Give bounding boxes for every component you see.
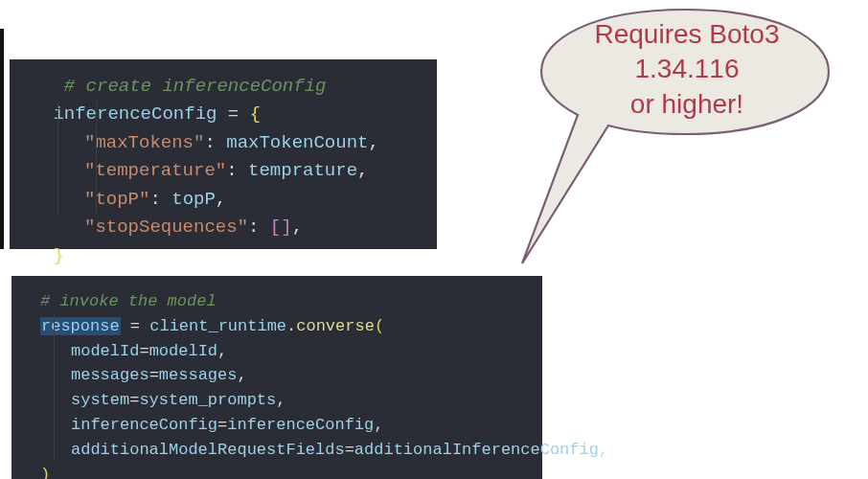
dict-key: "maxTokens" (84, 132, 204, 153)
equals: = (129, 391, 139, 409)
arg-value: messages (159, 366, 238, 384)
colon: : (204, 132, 226, 153)
code-block-inference-config: # create inferenceConfig inferenceConfig… (10, 59, 437, 249)
equals: = (345, 441, 354, 459)
brace-close: } (53, 245, 63, 266)
code-line: response = client_runtime.converse( (11, 314, 542, 339)
dict-key: "stopSequences" (84, 217, 248, 238)
colon: : (226, 160, 248, 181)
identifier: topP (171, 189, 216, 210)
comma: , (292, 217, 303, 238)
code-line: "temperature": temprature, (13, 157, 437, 185)
operator: = (121, 317, 150, 335)
comma: , (237, 366, 246, 384)
brace-open: { (250, 103, 261, 125)
arg-name: inferenceConfig (71, 416, 217, 434)
comma: , (599, 441, 608, 459)
code-line: } (13, 242, 437, 270)
identifier: client_runtime (149, 317, 286, 335)
arg-value: inferenceConfig (227, 416, 374, 434)
colon: : (149, 189, 171, 210)
highlighted-identifier: response (40, 317, 121, 335)
code-line: "topP": topP, (13, 186, 437, 214)
identifier: inferenceConfig (53, 103, 217, 125)
code-line: inferenceConfig=inferenceConfig, (11, 413, 542, 438)
arg-value: system_prompts (139, 391, 276, 409)
indent-guide (57, 102, 58, 215)
code-line: # create inferenceConfig (13, 73, 437, 101)
indent-guide (54, 314, 55, 460)
dict-key: "temperature" (84, 160, 226, 181)
comma: , (276, 391, 286, 409)
equals: = (139, 342, 148, 360)
code-block-invoke-model: # invoke the model response = client_run… (11, 276, 542, 479)
comma: , (368, 132, 378, 153)
code-line: additionalModelRequestFields=additionalI… (11, 438, 542, 463)
comma: , (216, 189, 226, 210)
comma: , (217, 342, 227, 360)
arg-name: modelId (71, 342, 139, 360)
code-line: ) (11, 463, 542, 479)
code-line: modelId=modelId, (11, 339, 542, 364)
colon: : (248, 217, 270, 238)
bracket-open: [ (270, 217, 281, 238)
code-line: messages=messages, (11, 363, 542, 388)
equals: = (149, 366, 159, 384)
code-line: "maxTokens": maxTokenCount, (13, 129, 437, 157)
dict-key: "topP" (84, 189, 149, 210)
code-line: # invoke the model (11, 289, 542, 314)
code-line: "stopSequences": [], (13, 214, 437, 241)
callout-line: or higher! (572, 87, 802, 122)
comment-text: # invoke the model (40, 292, 217, 310)
callout-line: 1.34.116 (572, 52, 802, 86)
editor-left-edge (0, 29, 4, 249)
arg-name: messages (71, 366, 149, 384)
arg-value: additionalInferenceConfig (354, 441, 599, 459)
callout-speech-bubble: Requires Boto3 1.34.116 or higher! (503, 0, 857, 268)
comment-text: # create inferenceConfig (64, 76, 327, 97)
dot: . (286, 317, 296, 335)
equals: = (217, 416, 227, 434)
operator: = (217, 103, 249, 125)
identifier: temprature (248, 160, 357, 181)
code-line: inferenceConfig = { (13, 101, 437, 128)
arg-name: additionalModelRequestFields (71, 441, 345, 459)
callout-line: Requires Boto3 (572, 17, 802, 52)
comma: , (374, 416, 383, 434)
paren-open: ( (375, 317, 384, 335)
paren-close: ) (40, 466, 50, 479)
indent-guide (96, 102, 97, 215)
arg-value: modelId (149, 342, 217, 360)
method-name: converse (296, 317, 375, 335)
bracket-close: ] (281, 217, 291, 238)
callout-text: Requires Boto3 1.34.116 or higher! (572, 17, 802, 122)
identifier: maxTokenCount (226, 132, 368, 153)
code-line: system=system_prompts, (11, 388, 542, 413)
comma: , (357, 160, 368, 181)
arg-name: system (71, 391, 129, 409)
